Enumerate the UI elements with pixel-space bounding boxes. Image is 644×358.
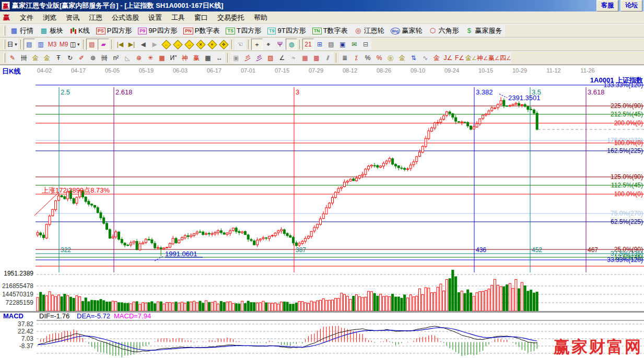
menu-item-0[interactable]: 文件 — [15, 11, 38, 24]
tool-parallel-lines-button[interactable]: ⫽ — [322, 52, 334, 64]
tool-prev-page-button[interactable]: ◀ — [137, 39, 149, 50]
menu-item-9[interactable]: 帮助 — [249, 11, 272, 24]
tool-wave-a-button[interactable]: ∿ — [419, 52, 431, 64]
menu-item-1[interactable]: 浏览 — [38, 11, 61, 24]
menu-item-3[interactable]: 江恩 — [84, 11, 107, 24]
tool-spiral-button[interactable]: ↻ — [64, 52, 76, 64]
tool-ma-9-button[interactable]: M9 — [58, 39, 69, 50]
tool-star-grid-button[interactable]: ✳ — [145, 52, 156, 64]
tool-next-page-button[interactable]: ▶ — [149, 39, 160, 50]
tool-stats-list-button[interactable]: ≣ — [339, 52, 350, 64]
tool-first-page-button[interactable]: |◀ — [114, 39, 126, 50]
tool-drag-hand-button[interactable]: ☜ — [235, 39, 246, 50]
tool-zoom-out-x-button[interactable]: ← — [160, 39, 172, 50]
tool-knife-ticks-button[interactable]: ✐ — [76, 52, 87, 64]
menu-item-7[interactable]: 窗口 — [190, 11, 213, 24]
tool-expand-x-button[interactable]: ↔ — [183, 39, 195, 50]
menu-item-5[interactable]: 设置 — [144, 11, 167, 24]
tool-9p-square-button[interactable]: P99P四方形 — [135, 25, 180, 37]
tool-fan-red-button[interactable]: 彡 — [242, 52, 253, 64]
tool-calculator-button[interactable]: ⊞ — [314, 39, 325, 50]
tool-percent-under-button[interactable]: % — [373, 52, 385, 64]
menu-item-8[interactable]: 交易委托 — [213, 11, 249, 24]
tool-expand-4-button[interactable]: ✳ — [206, 39, 218, 50]
tool-f-ruler-button[interactable]: Ŧ — [53, 52, 64, 64]
tool-trend-lines-button[interactable]: ∠ — [276, 52, 288, 64]
tool-wave-circle-button[interactable]: ⊛ — [87, 52, 99, 64]
forum-button[interactable]: 论坛 — [620, 0, 642, 11]
tool-gold-red-button[interactable]: 金 — [431, 52, 442, 64]
tool-fan-grid-button[interactable]: ▨ — [265, 52, 276, 64]
tool-square-grid-button[interactable]: ▦ — [156, 52, 168, 64]
menu-item-6[interactable]: 工具 — [167, 11, 190, 24]
tool-compress-all-button[interactable]: ✕ — [195, 39, 206, 50]
tool-pattern-red-button[interactable]: ▤ — [86, 39, 98, 50]
tool-j-angle-button[interactable]: J∠ — [442, 52, 454, 64]
tool-ma-3-button[interactable]: M3 — [46, 39, 58, 50]
tool-fork-tool-button[interactable]: Ψ — [274, 39, 286, 50]
tool-zoom-area-button[interactable]: ⌖ — [263, 39, 274, 50]
tool-gann-wheel-button[interactable]: ◎江恩轮 — [351, 25, 388, 37]
child-window-icon[interactable]: 赢 — [3, 13, 10, 22]
tool-pencil-updown-button[interactable]: ⇅ — [408, 52, 419, 64]
tool-ying-ruler-button[interactable]: 赢 — [191, 52, 202, 64]
tool-percent-line-button[interactable]: ⁒ — [350, 52, 362, 64]
tool-shen-ruler-button[interactable]: 神 — [179, 52, 191, 64]
tool-f-angle-button[interactable]: F∠ — [454, 52, 465, 64]
tool-gold-ruler-2-button[interactable]: 金 — [41, 52, 53, 64]
tool-ying-angle-button[interactable]: 赢∠ — [488, 52, 500, 64]
tool-last-page-button[interactable]: ▶| — [126, 39, 137, 50]
tool-t-square-button[interactable]: TST四方形 — [223, 25, 264, 37]
tool-gold-circle-button[interactable]: ㊎ — [385, 52, 396, 64]
tool-zoom-in-x-button[interactable]: → — [172, 39, 183, 50]
tool-send-web-button[interactable]: ✉ — [348, 39, 360, 50]
tool-dense-ruler-button[interactable]: 卌 — [99, 52, 110, 64]
tool-n2-ticks-button[interactable]: n² — [110, 52, 122, 64]
tool-i-quotes-button[interactable]: И" — [168, 52, 179, 64]
tool-expand-all-button[interactable]: ✜ — [218, 39, 229, 50]
tool-angle-tool-button[interactable]: ◺ — [122, 52, 133, 64]
kline-chart-canvas[interactable]: 133.33%(120)225.0%(90)212.5%(45)200.0%(0… — [0, 76, 644, 358]
tool-percent-button[interactable]: % — [362, 52, 373, 64]
tool-p-square-button[interactable]: PSP四方形 — [93, 25, 135, 37]
tool-window-pattern-button[interactable]: ▤ — [24, 39, 35, 50]
tool-notes-button[interactable]: ▤ — [325, 39, 337, 50]
tool-fan-purple-button[interactable]: 彡 — [253, 52, 265, 64]
tool-color-filter-button[interactable]: ▰ — [98, 39, 109, 50]
tool-candle-style-button[interactable]: ◫▼ — [69, 39, 81, 50]
tool-pen-knife-button[interactable]: ✎ — [7, 52, 18, 64]
tool-quotes-button[interactable]: ▦行情 — [7, 25, 37, 37]
tool-check-curves-button[interactable]: ≈ — [288, 52, 299, 64]
tool-si-angle-button[interactable]: 四∠ — [500, 52, 511, 64]
tool-period-day-button[interactable]: 日▼ — [7, 39, 18, 50]
tool-calendar-21-button[interactable]: 21 — [302, 39, 314, 50]
tool-t-number-button[interactable]: TNT数字表 — [309, 25, 351, 37]
tool-maze-tool-button[interactable]: ◍ — [286, 39, 297, 50]
tool-crosshair-button[interactable]: ＋ — [251, 39, 263, 50]
customer-service-button[interactable]: 客服 — [596, 0, 618, 11]
tool-info-panel-button[interactable]: ▥ — [35, 39, 46, 50]
tool-box-tool-button[interactable]: ▣ — [230, 52, 242, 64]
tool-shen-angle-button[interactable]: 神∠ — [477, 52, 488, 64]
tool-hexagon-button[interactable]: ⬡六角形 — [425, 25, 462, 37]
tool-gold-lines-button[interactable]: 金 — [396, 52, 408, 64]
percent-under-icon: % — [377, 54, 382, 62]
menu-item-4[interactable]: 公式选股 — [107, 11, 144, 24]
tool-kline-button[interactable]: K线 — [66, 25, 93, 37]
tool-grid-dots-button[interactable]: ▦ — [299, 52, 311, 64]
tool-save-button[interactable]: ▣ — [337, 39, 348, 50]
tool-winner-service-button[interactable]: $赢家服务 — [462, 25, 505, 37]
tool-grid-123-button[interactable]: ▦ — [202, 52, 214, 64]
tool-9t-square-button[interactable]: T99T四方形 — [264, 25, 309, 37]
tool-p-number-button[interactable]: PNP数字表 — [180, 25, 223, 37]
menu-item-2[interactable]: 资讯 — [61, 11, 84, 24]
tool-print-pc-button[interactable]: ⊟ — [360, 39, 371, 50]
tool-grid-block-button[interactable]: ▩ — [311, 52, 322, 64]
tool-gold-ruler-1-button[interactable]: 金 — [30, 52, 41, 64]
tool-circle-cross-button[interactable]: ⊕ — [133, 52, 145, 64]
tool-gann-ruler-button[interactable]: 卌 — [18, 52, 30, 64]
tool-sectors-button[interactable]: ▩板块 — [37, 25, 66, 37]
tool-gold-angle-button[interactable]: 金∠ — [465, 52, 477, 64]
tool-winner-wheel-button[interactable]: Big赢家轮 — [388, 25, 426, 37]
tool-width-arrow-button[interactable]: ↔ — [214, 52, 225, 64]
